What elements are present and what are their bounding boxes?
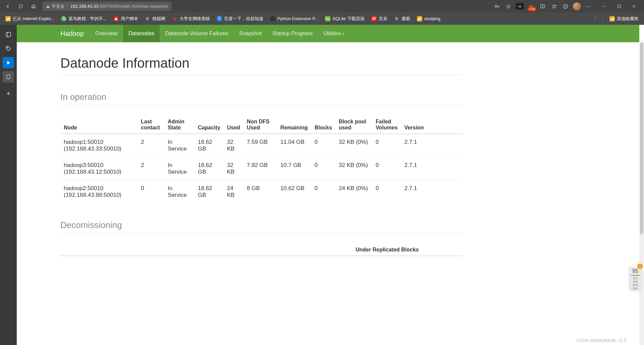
back-button[interactable] [3,1,13,12]
col-bp-used: Block pool used [335,116,372,134]
bookmarks-bar: 📁已从 Internet Explor... 鸟菜鸟教程 - 学的不... ◉用… [0,12,644,25]
col-last-contact: Last contact [138,116,164,134]
table-cell: hadoop1:50010 (192.168.43.33:50010) [60,134,138,157]
table-cell: hadoop3:50010 (192.168.43.12:50010) [60,157,138,180]
bookmark-item[interactable]: 百百度一下，你就知道 [214,14,266,23]
tab-utilities[interactable]: Utilities▾ [318,25,349,42]
col-blocks: Blocks [311,116,335,134]
svg-rect-2 [618,5,621,8]
tab-startup-progress[interactable]: Startup Progress [267,25,318,42]
table-row: hadoop3:50010 (192.168.43.12:50010)2In S… [60,157,463,180]
table-header-row: Node Last contact Admin State Capacity U… [60,116,463,134]
table-cell: 0 [372,134,401,157]
sidebar-tag-icon[interactable] [3,43,14,54]
tab-overview[interactable]: Overview [90,25,123,42]
col-admin-state: Admin State [164,116,195,134]
table-cell: In Service [164,180,195,204]
table-cell: 2.7.1 [401,180,463,204]
decommission-table: Under Replicated Blocks [60,244,463,256]
chevron-down-icon: ▾ [342,32,344,36]
edge-sidebar [0,25,17,345]
network-widget[interactable]: 1 95 9.3K/s 18.9K/s [629,267,642,291]
table-cell: 18.62 GB [195,180,224,204]
extension-badge: 0.50 [528,7,536,11]
table-cell: 10.7 GB [277,157,311,180]
table-header-row: Under Replicated Blocks [60,244,463,256]
table-cell: 11.04 GB [277,134,311,157]
datanode-table: Node Last contact Admin State Capacity U… [60,116,463,203]
svg-rect-3 [6,32,11,37]
refresh-button[interactable] [15,1,26,12]
bookmarks-overflow-icon[interactable]: 〉 [594,16,598,22]
table-cell: 24 KB (0%) [335,180,372,204]
widget-down-speed: 18.9K/s [629,283,641,290]
table-cell: 0 [311,157,335,180]
table-cell: 0 [138,180,164,204]
tab-snapshot[interactable]: Snapshot [234,25,267,42]
split-screen-icon[interactable] [537,1,548,12]
table-cell: 18.62 GB [195,157,224,180]
hadoop-brand[interactable]: Hadoop [60,25,90,42]
col-under-replicated: Under Replicated Blocks [352,244,463,256]
col-capacity: Capacity [195,116,224,134]
table-cell: 32 KB (0%) [335,157,372,180]
sidebar-tab-icon[interactable] [3,29,14,40]
more-button[interactable]: ⋯ [583,1,594,12]
table-cell: 2.7.1 [401,157,463,180]
home-button[interactable] [28,1,39,12]
table-cell: 32 KB [224,157,244,180]
extension-2-icon[interactable]: ▶ 0.50 [526,1,537,12]
address-field[interactable]: 不安全 192.168.43.33:50070/dfshealth.html#t… [42,2,171,11]
widget-up-speed: 9.3K/s [629,277,641,283]
col-nondfs: Non DFS Used [244,116,277,134]
table-cell: 10.62 GB [277,180,311,204]
table-row: hadoop2:50010 (192.168.43.88:50010)0In S… [60,180,463,204]
table-cell: 2 [138,134,164,157]
bookmark-item[interactable]: 鸟菜鸟教程 - 学的不... [58,14,109,23]
extension-1-icon[interactable]: ∞ [515,1,525,12]
bookmark-item[interactable]: SQLSQLite 下载页面 [322,14,367,23]
section-in-operation: In operation [60,92,463,106]
profile-button[interactable] [572,1,582,12]
security-warning: 不安全 [46,3,65,9]
bookmark-item[interactable]: 📁已从 Internet Explor... [3,14,57,23]
bookmark-item[interactable]: ◉大学生网络党校 [169,14,213,23]
url-text: 192.168.43.33:50070/dfshealth.html#tab-d… [70,4,168,9]
tab-volume-failures[interactable]: Datanode Volume Failures [160,25,234,42]
bookmark-item[interactable]: Python Extension P... [267,15,321,23]
table-cell: hadoop2:50010 (192.168.43.88:50010) [60,180,138,204]
table-cell: 18.62 GB [195,134,224,157]
security-label: 不安全 [52,3,65,9]
bookmark-item[interactable]: JD京东 [369,14,390,23]
sidebar-add-icon[interactable] [3,88,14,99]
scrollbar-thumb[interactable] [640,42,643,234]
svg-point-4 [7,47,8,48]
bookmark-item[interactable]: 🗎搜索 [391,14,413,23]
read-aloud-button[interactable]: A» [492,1,502,12]
col-remaining: Remaining [277,116,311,134]
maximize-button[interactable] [612,1,627,12]
table-cell: 32 KB (0%) [335,134,372,157]
history-button[interactable] [560,1,571,12]
minimize-button[interactable] [597,1,612,12]
bookmark-item[interactable]: 🗎校园网 [142,14,168,23]
table-cell: In Service [164,157,195,180]
page-content: Hadoop Overview Datanodes Datanode Volum… [17,25,644,345]
bookmark-item[interactable]: 📁studying [414,15,443,23]
close-button[interactable] [627,1,641,12]
star-button[interactable] [503,1,514,12]
table-row: hadoop1:50010 (192.168.43.33:50010)2In S… [60,134,463,157]
other-bookmarks[interactable]: 📁其他收藏夹 [607,14,641,23]
widget-value-main: 95 [629,268,641,274]
col-node: Node [60,116,138,134]
table-cell: 7.92 GB [244,157,277,180]
bookmark-item[interactable]: ◉用户脚本 [111,14,141,23]
sidebar-doc-icon[interactable] [3,71,14,82]
table-cell: 0 [311,180,335,204]
table-cell: 24 KB [224,180,244,204]
sidebar-play-icon[interactable] [3,57,14,68]
table-cell: 2 [138,157,164,180]
table-cell: 8 GB [244,180,277,204]
favorites-button[interactable] [549,1,559,12]
tab-datanodes[interactable]: Datanodes [123,25,160,42]
